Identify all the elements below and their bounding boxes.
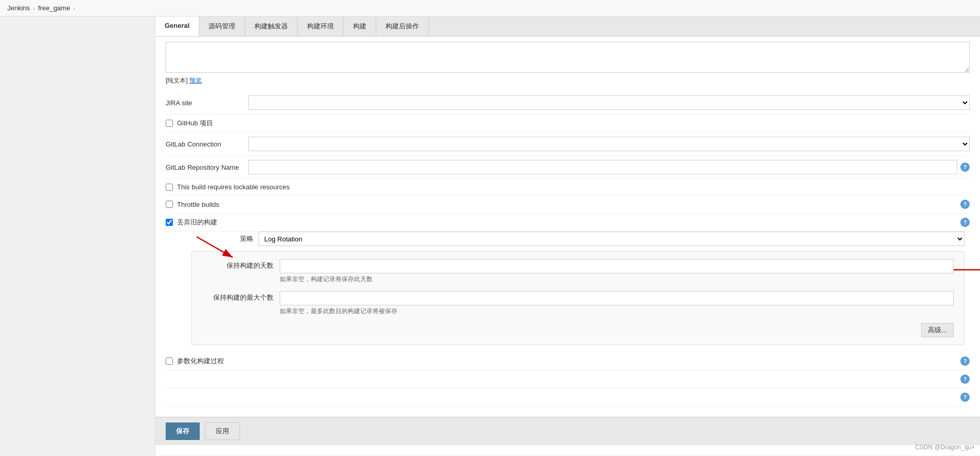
github-project-label: GitHub 项目: [177, 119, 213, 128]
parameterize-checkbox[interactable]: [166, 357, 173, 365]
keep-days-input-wrap: 7 如果非空，构建记录将保存此天数: [280, 259, 954, 284]
content-area: General 源码管理 构建触发器 构建环境 构建 构建后操作 [纯文本] 预…: [155, 17, 980, 455]
github-project-checkbox[interactable]: [166, 120, 173, 127]
watermark: CSDN @Dragon_qu×: [915, 444, 975, 451]
discard-old-help-icon[interactable]: ?: [960, 218, 970, 227]
description-textarea[interactable]: [166, 42, 970, 73]
gitlab-repo-row: GitLab Repository Name ?: [166, 156, 970, 179]
extra-row-1: ?: [166, 370, 970, 388]
tab-post-build[interactable]: 构建后操作: [376, 17, 429, 36]
keep-max-input-wrap: 7 如果非空，最多此数目的构建记录将被保存: [280, 291, 954, 316]
github-project-row: GitHub 项目: [166, 115, 970, 133]
breadcrumb: Jenkins › free_game ›: [0, 0, 980, 17]
main-wrapper: General 源码管理 构建触发器 构建环境 构建 构建后操作 [纯文本] 预…: [0, 17, 980, 455]
gitlab-repo-wrap: ?: [248, 160, 970, 174]
keep-days-input[interactable]: 7: [280, 259, 954, 273]
lockable-resources-row: This build requires lockable resources: [166, 179, 970, 196]
breadcrumb-sep-1: ›: [33, 5, 35, 11]
preview-anchor[interactable]: 预览: [189, 77, 202, 84]
throttle-builds-help-icon[interactable]: ?: [960, 200, 970, 209]
gitlab-connection-wrap: [248, 137, 970, 151]
keep-days-hint: 如果非空，构建记录将保存此天数: [280, 275, 954, 284]
strategy-select[interactable]: Log Rotation: [259, 232, 965, 246]
discard-old-checkbox[interactable]: [166, 219, 173, 226]
form-body: [纯文本] 预览 JIRA site GitHub 项目: [155, 37, 980, 445]
apply-button[interactable]: 应用: [205, 422, 240, 440]
gitlab-repo-input[interactable]: [248, 160, 957, 174]
extra-row-2: ?: [166, 388, 970, 406]
keep-max-input[interactable]: 7: [280, 291, 954, 305]
keep-max-hint: 如果非空，最多此数目的构建记录将被保存: [280, 307, 954, 316]
jira-site-select[interactable]: [248, 95, 970, 110]
preview-link: [纯文本] 预览: [166, 76, 970, 85]
throttle-builds-checkbox[interactable]: [166, 201, 173, 208]
button-row: 保存 应用: [155, 417, 980, 445]
parameterize-help-icon[interactable]: ?: [960, 356, 970, 366]
strategy-label: 策略: [181, 234, 253, 243]
jira-label: JIRA site: [166, 99, 248, 107]
tab-source[interactable]: 源码管理: [199, 17, 245, 36]
lockable-resources-checkbox[interactable]: [166, 184, 173, 191]
throttle-builds-row: Throttle builds ?: [166, 196, 970, 214]
save-button[interactable]: 保存: [166, 422, 200, 440]
keep-days-label: 保持构建的天数: [202, 259, 280, 270]
gitlab-repo-label: GitLab Repository Name: [166, 164, 248, 171]
strategy-row: 策略 Log Rotation: [181, 232, 965, 246]
breadcrumb-jenkins[interactable]: Jenkins: [7, 4, 30, 12]
strategy-select-wrap: Log Rotation: [259, 232, 965, 246]
keep-max-row: 保持构建的最大个数 7 如果非空，最多此数目的构建记录将被保存: [202, 291, 954, 316]
discard-old-label: 丢弃旧的构建: [177, 218, 217, 227]
breadcrumb-sep-2: ›: [73, 5, 75, 11]
jira-row: JIRA site: [166, 91, 970, 115]
lockable-resources-label: This build requires lockable resources: [177, 183, 290, 191]
tab-general[interactable]: General: [155, 17, 199, 36]
discard-old-row: 丢弃旧的构建 ?: [166, 214, 970, 232]
tab-build-env[interactable]: 构建环境: [298, 17, 344, 36]
jira-select-wrap: [248, 95, 970, 110]
throttle-builds-label: Throttle builds: [177, 201, 219, 208]
parameterize-label: 参数化构建过程: [177, 356, 224, 366]
gitlab-connection-select[interactable]: [248, 137, 970, 151]
form-area: [纯文本] 预览 JIRA site GitHub 项目: [155, 37, 980, 417]
sidebar: [0, 17, 155, 455]
parameterize-row: 参数化构建过程 ?: [166, 352, 970, 370]
breadcrumb-free-game[interactable]: free_game: [38, 4, 70, 12]
gitlab-connection-row: GitLab Connection: [166, 133, 970, 156]
extra-help-icon-2[interactable]: ?: [960, 393, 970, 402]
keep-max-label: 保持构建的最大个数: [202, 291, 280, 302]
plain-text-label: [纯文本]: [166, 77, 188, 84]
extra-help-icon-1[interactable]: ?: [960, 374, 970, 384]
advanced-button[interactable]: 高级...: [921, 323, 954, 337]
build-fields-box: 保持构建的天数 7 如果非空，构建记录将保存此天数 保持构建的最大个数 7: [191, 251, 965, 345]
tab-trigger[interactable]: 构建触发器: [245, 17, 298, 36]
tab-build[interactable]: 构建: [344, 17, 376, 36]
keep-days-row: 保持构建的天数 7 如果非空，构建记录将保存此天数: [202, 259, 954, 284]
gitlab-repo-help-icon[interactable]: ?: [960, 162, 970, 172]
tab-bar: General 源码管理 构建触发器 构建环境 构建 构建后操作: [155, 17, 980, 37]
gitlab-connection-label: GitLab Connection: [166, 140, 248, 148]
